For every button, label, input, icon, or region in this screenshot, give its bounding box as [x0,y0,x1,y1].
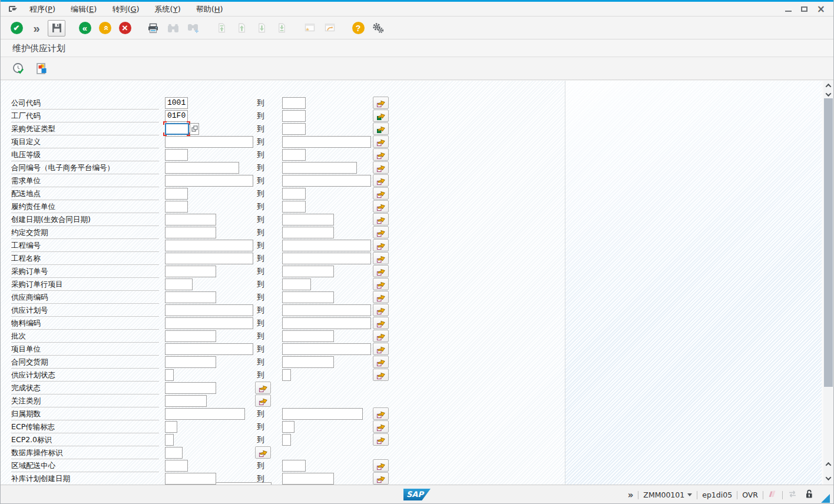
input-to[interactable] [282,356,334,368]
input-from[interactable] [165,136,253,148]
input-from[interactable] [165,253,253,264]
close-button[interactable]: × [817,5,825,13]
save-button[interactable] [48,20,65,37]
menu-p[interactable]: 程序(P) [22,2,63,16]
multiple-selection-button[interactable] [373,291,389,303]
scroll-up-button-bottom[interactable] [823,460,833,468]
multiple-selection-button[interactable] [373,343,389,355]
multiple-selection-button[interactable] [373,265,389,277]
input-to[interactable] [282,162,357,174]
input-from[interactable] [165,214,216,226]
scrollbar-thumb[interactable] [824,98,833,387]
back-button[interactable]: « [76,19,94,37]
input-to[interactable] [282,201,306,213]
input-from[interactable] [165,227,216,238]
input-to[interactable] [282,304,371,316]
input-from[interactable] [165,382,216,394]
multiple-selection-button[interactable] [373,472,389,485]
input-from[interactable] [165,447,183,459]
input-from[interactable] [165,434,174,446]
scrollbar-track[interactable] [823,81,833,485]
continue-enter-button[interactable]: ✔ [8,19,25,37]
multiple-selection-button[interactable] [373,420,389,433]
input-to[interactable] [282,175,371,187]
more-button[interactable]: » [28,19,45,37]
multiple-selection-button[interactable] [373,433,389,446]
status-expand-icon[interactable]: » [628,490,634,500]
input-from[interactable] [165,408,245,420]
input-from[interactable] [165,369,174,381]
possible-entries-button[interactable] [190,123,199,135]
input-from[interactable] [165,317,253,329]
input-from[interactable] [165,278,193,290]
multiple-selection-button[interactable] [373,239,389,251]
input-from[interactable] [165,330,216,342]
exit-button[interactable]: » [96,19,114,37]
menu-e[interactable]: 编辑(E) [63,2,104,16]
input-to[interactable] [282,149,306,161]
input-to[interactable] [282,317,371,329]
input-to[interactable] [282,240,371,251]
multiple-selection-button[interactable] [373,148,389,161]
input-to[interactable] [282,227,334,238]
multiple-selection-button[interactable] [373,122,389,135]
multiple-selection-button[interactable] [373,278,389,290]
input-to[interactable] [282,460,306,472]
multiple-selection-button[interactable] [373,407,389,420]
input-from[interactable]: 01F0 [165,110,188,122]
input-from[interactable] [165,395,207,407]
multiple-selection-button[interactable] [373,161,389,174]
maximize-button[interactable] [801,6,807,12]
transaction-selector[interactable]: ZMM00101 [643,490,692,499]
input-from[interactable] [165,266,216,277]
multiple-selection-button[interactable] [373,97,389,109]
input-from[interactable] [165,240,253,251]
input-to[interactable] [282,408,363,420]
scroll-up-button[interactable] [823,81,833,89]
input-from[interactable] [165,460,188,472]
multiple-selection-button[interactable] [373,135,389,148]
print-button[interactable] [144,19,162,37]
input-from[interactable] [165,123,189,135]
multiple-selection-button[interactable] [373,200,389,213]
input-to[interactable] [282,110,306,122]
multiple-selection-button[interactable] [373,110,389,122]
get-variant-button[interactable] [34,60,51,78]
input-from[interactable] [165,291,216,303]
input-from[interactable] [165,356,216,368]
input-to[interactable] [282,421,294,433]
multiple-selection-button[interactable] [373,317,389,329]
input-to[interactable] [282,136,371,148]
input-from[interactable] [165,421,177,433]
multiple-selection-button[interactable] [373,330,389,342]
input-to[interactable] [282,266,334,277]
multiple-selection-button[interactable] [373,213,389,226]
minimize-button[interactable] [785,10,792,12]
input-to[interactable] [282,123,306,135]
input-to[interactable] [282,278,311,290]
input-from[interactable] [165,473,216,485]
menu-h[interactable]: 帮助(H) [188,2,231,16]
input-to[interactable] [282,214,334,226]
input-to[interactable] [282,188,306,200]
input-from[interactable] [165,201,188,213]
menu-y[interactable]: 系统(Y) [147,2,188,16]
resize-corner[interactable] [821,494,830,503]
multiple-selection-button[interactable] [373,252,389,264]
multiple-selection-button[interactable] [373,369,389,381]
input-from[interactable] [165,149,188,161]
execute-button[interactable] [10,60,28,78]
scroll-down-button[interactable] [823,90,833,98]
input-from[interactable] [165,304,253,316]
lock-icon[interactable] [805,489,814,501]
multiple-selection-button[interactable] [373,187,389,200]
input-from[interactable] [165,343,253,355]
help-button[interactable]: ? [349,19,367,37]
input-from[interactable]: 1001 [165,97,188,109]
input-to[interactable] [282,343,371,355]
customize-layout-button[interactable] [369,19,387,37]
input-to[interactable] [282,473,334,485]
multiple-selection-button[interactable] [255,382,271,394]
input-to[interactable] [282,369,291,381]
input-from[interactable] [165,175,253,187]
